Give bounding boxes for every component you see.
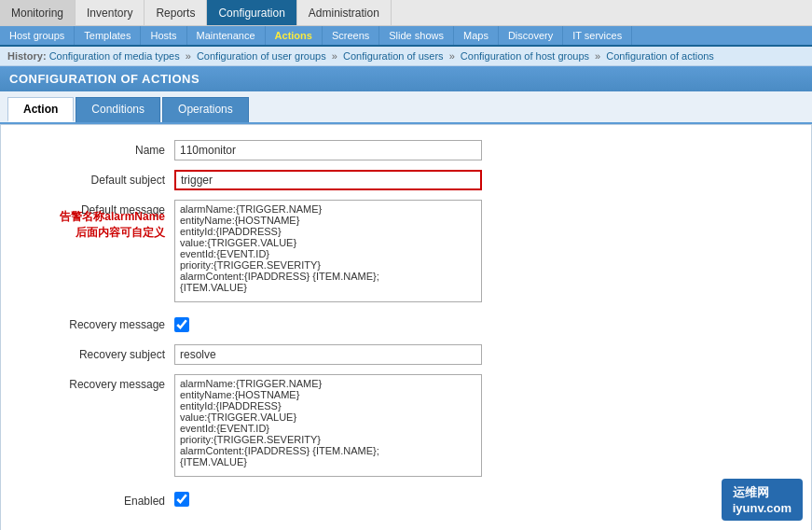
recovery-subject-input[interactable] xyxy=(174,344,482,365)
nav-administration[interactable]: Administration xyxy=(297,0,392,25)
breadcrumb-link-2[interactable]: Configuration of user groups xyxy=(197,50,326,62)
default-subject-control xyxy=(174,170,796,190)
tab-conditions[interactable]: Conditions xyxy=(76,97,160,122)
default-subject-input[interactable] xyxy=(174,170,482,190)
enabled-checkbox[interactable] xyxy=(174,492,189,507)
tab-action[interactable]: Action xyxy=(7,97,74,122)
nav-slide-shows[interactable]: Slide shows xyxy=(379,26,454,45)
nav-discovery[interactable]: Discovery xyxy=(499,26,563,45)
name-control xyxy=(174,140,796,160)
watermark: 运维网iyunv.com xyxy=(722,479,803,521)
name-row: Name xyxy=(16,140,796,160)
recovery-message-check-label: Recovery message xyxy=(16,314,174,331)
recovery-message-label: Recovery message xyxy=(16,374,174,391)
tab-operations[interactable]: Operations xyxy=(162,97,249,122)
nav-maps[interactable]: Maps xyxy=(454,26,499,45)
page-header: CONFIGURATION OF ACTIONS xyxy=(0,66,812,91)
breadcrumb-link-4[interactable]: Configuration of host groups xyxy=(461,50,589,62)
nav-hosts[interactable]: Hosts xyxy=(141,26,186,45)
nav-configuration[interactable]: Configuration xyxy=(207,0,296,25)
annotation-text: 告警名称alarmName后面内容可自定义 xyxy=(25,209,165,241)
tab-bar: Action Conditions Operations xyxy=(0,91,812,124)
recovery-message-control: alarmName:{TRIGGER.NAME} entityName:{HOS… xyxy=(174,374,796,480)
top-nav: Monitoring Inventory Reports Configurati… xyxy=(0,0,812,26)
nav-it-services[interactable]: IT services xyxy=(563,26,632,45)
default-subject-label: Default subject xyxy=(16,170,174,187)
breadcrumb: History: Configuration of media types » … xyxy=(0,47,812,66)
breadcrumb-link-1[interactable]: Configuration of media types xyxy=(49,50,180,62)
second-nav: Host groups Templates Hosts Maintenance … xyxy=(0,26,812,47)
nav-actions[interactable]: Actions xyxy=(266,26,323,45)
recovery-message-textarea[interactable]: alarmName:{TRIGGER.NAME} entityName:{HOS… xyxy=(174,374,482,477)
enabled-control xyxy=(174,489,796,509)
recovery-subject-label: Recovery subject xyxy=(16,344,174,361)
recovery-subject-control xyxy=(174,344,796,365)
default-message-control: 告警名称alarmName后面内容可自定义 alarmName:{TRIGGER… xyxy=(174,200,796,305)
nav-screens[interactable]: Screens xyxy=(323,26,379,45)
recovery-message-check-control xyxy=(174,314,796,335)
breadcrumb-label: History: xyxy=(7,50,47,62)
enabled-label: Enabled xyxy=(16,491,174,508)
breadcrumb-link-3[interactable]: Configuration of users xyxy=(343,50,444,62)
nav-inventory[interactable]: Inventory xyxy=(76,0,145,25)
default-message-row: Default message 告警名称alarmName后面内容可自定义 al… xyxy=(16,200,796,305)
recovery-message-check-row: Recovery message xyxy=(16,314,796,335)
enabled-row: Enabled xyxy=(16,489,796,509)
nav-templates[interactable]: Templates xyxy=(75,26,141,45)
recovery-subject-row: Recovery subject xyxy=(16,344,796,365)
breadcrumb-link-5[interactable]: Configuration of actions xyxy=(606,50,714,62)
nav-maintenance[interactable]: Maintenance xyxy=(187,26,266,45)
nav-reports[interactable]: Reports xyxy=(145,0,207,25)
nav-host-groups[interactable]: Host groups xyxy=(0,26,75,45)
name-label: Name xyxy=(16,140,174,157)
form-area: Name Default subject Default message 告警名… xyxy=(0,124,812,530)
recovery-message-checkbox[interactable] xyxy=(174,317,189,332)
nav-monitoring[interactable]: Monitoring xyxy=(0,0,76,25)
default-subject-row: Default subject xyxy=(16,170,796,190)
default-message-textarea[interactable]: alarmName:{TRIGGER.NAME} entityName:{HOS… xyxy=(174,200,482,302)
recovery-message-row: Recovery message alarmName:{TRIGGER.NAME… xyxy=(16,374,796,480)
annotation-box: 告警名称alarmName后面内容可自定义 alarmName:{TRIGGER… xyxy=(174,200,482,305)
name-input[interactable] xyxy=(174,140,482,160)
